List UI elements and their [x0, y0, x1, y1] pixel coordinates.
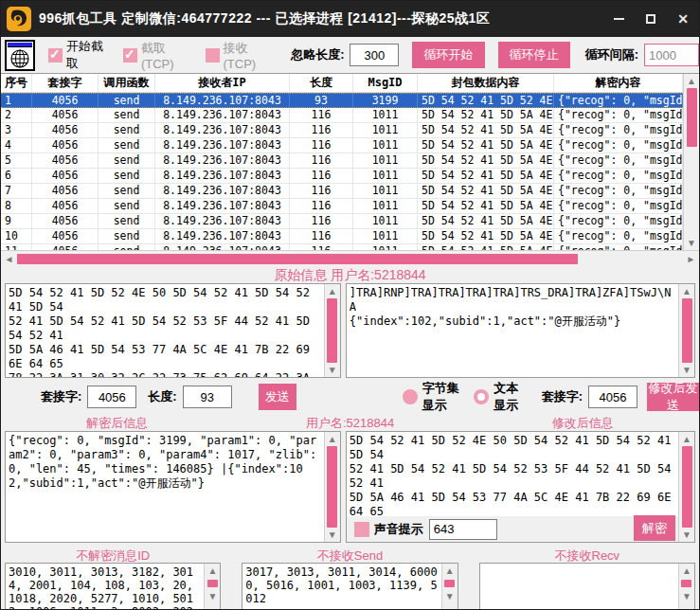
table-row[interactable]: 114056send8.149.236.107:804311610115D 54… [1, 244, 683, 250]
socket2-input[interactable] [588, 386, 637, 408]
scroll-down-icon[interactable]: ▼ [324, 528, 340, 542]
table-vscroll-thumb[interactable] [687, 88, 697, 147]
scroll-thumb[interactable] [327, 446, 337, 528]
scroll-up-icon[interactable]: ▲ [679, 432, 695, 446]
table-row[interactable]: 14056send8.149.236.107:80439331995D 54 5… [1, 93, 683, 108]
checked-checkbox-icon[interactable] [123, 48, 137, 63]
no-send-ids[interactable]: 3017, 3013, 3011, 3014, 60000, 5016, 100… [242, 564, 440, 610]
no-recv-listbox: ▲ ▼ [479, 563, 695, 610]
table-cell: 4056 [32, 214, 99, 228]
table-row[interactable]: 104056send8.149.236.107:804311610115D 54… [1, 229, 683, 244]
scroll-down-icon[interactable]: ▼ [441, 589, 458, 603]
loop-start-button[interactable]: 循环开始 [412, 42, 484, 68]
no-decrypt-scrollbar[interactable]: ▲ ▼ [204, 564, 220, 610]
column-header[interactable]: MsgID [353, 74, 418, 92]
column-header[interactable]: 封包数据内容 [418, 74, 554, 92]
decrypted-scrollbar[interactable]: ▲ ▼ [324, 432, 340, 542]
no-decrypt-ids[interactable]: 3010, 3011, 3013, 3182, 3014, 2001, 104,… [6, 564, 204, 610]
scroll-thumb[interactable] [682, 446, 692, 528]
send-modified-button[interactable]: 修改后发送 [647, 383, 699, 411]
table-cell: 1011 [353, 123, 418, 137]
send-button[interactable]: 发送 [259, 384, 296, 410]
scroll-left-icon[interactable]: ◄ [1, 252, 17, 266]
column-header[interactable]: 套接字 [32, 74, 99, 92]
scroll-thumb[interactable] [681, 580, 691, 587]
table-cell: {"recog": 0, "msgId"... [554, 199, 683, 213]
table-cell: 1011 [353, 244, 418, 250]
raw-hex-scrollbar[interactable]: ▲ ▼ [324, 284, 340, 377]
scroll-up-icon[interactable]: ▲ [684, 74, 700, 88]
decrypted-text[interactable]: {"recog": 0, "msgId": 3199, "param1": 0,… [6, 432, 324, 542]
table-row[interactable]: 84056send8.149.236.107:804311610115D 54 … [1, 199, 683, 214]
capture-checkbox-0[interactable]: 开始截取 [48, 38, 108, 72]
table-vertical-scrollbar[interactable]: ▲ ▼ [683, 74, 699, 250]
loop-stop-button[interactable]: 循环停止 [498, 42, 570, 68]
raw-decoded-text[interactable]: ]TRA]RNP]TRA]TRA]TRA]TRA]TRS_DRA]TRA]ZFA… [347, 284, 678, 377]
table-row[interactable]: 54056send8.149.236.107:804311610115D 54 … [1, 153, 683, 169]
scroll-down-icon[interactable]: ▼ [678, 589, 694, 603]
table-cell: send [99, 108, 155, 122]
column-header[interactable]: 解密内容 [554, 74, 683, 92]
scroll-thumb[interactable] [682, 298, 692, 363]
no-recv-scrollbar[interactable]: ▲ ▼ [678, 564, 694, 610]
table-row[interactable]: 64056send8.149.236.107:804311610115D 54 … [1, 169, 683, 184]
capture-checkbox-1[interactable]: 截取(TCP) [123, 38, 190, 72]
scroll-down-icon[interactable]: ▼ [205, 589, 221, 603]
scroll-down-icon[interactable]: ▼ [679, 528, 695, 542]
checked-checkbox-icon[interactable] [48, 48, 63, 63]
byte-display-radio[interactable] [403, 389, 418, 404]
minimize-icon [614, 18, 624, 20]
table-hscroll-thumb[interactable] [17, 254, 578, 264]
table-cell: send [99, 123, 155, 137]
length-input[interactable] [183, 386, 232, 408]
socket-input[interactable] [87, 386, 136, 408]
column-header[interactable]: 序号 [1, 74, 32, 92]
scroll-up-icon[interactable]: ▲ [679, 284, 695, 298]
window-title: 996抓包工具 定制微信:464777222 --- 已选择进程 [21412]… [39, 10, 490, 27]
table-cell: 116 [290, 169, 353, 183]
maximize-button[interactable] [635, 1, 667, 37]
capture-checkbox-2[interactable]: 接收(TCP) [206, 38, 273, 72]
text-display-radio[interactable] [474, 389, 489, 404]
unchecked-checkbox-icon[interactable] [206, 48, 220, 63]
no-send-scrollbar[interactable]: ▲ ▼ [441, 564, 458, 610]
table-horizontal-scrollbar[interactable]: ◄ ► [1, 251, 699, 266]
modified-scrollbar[interactable]: ▲ ▼ [678, 432, 694, 542]
scroll-right-icon[interactable]: ► [683, 252, 699, 266]
table-cell: {"recog": 0, "msgId"... [554, 153, 683, 168]
checkbox-label: 开始截取 [66, 38, 108, 72]
table-cell: 8.149.236.107:8043 [155, 229, 290, 243]
sound-value-input[interactable] [429, 519, 497, 540]
sound-alert-checkbox[interactable] [354, 522, 369, 537]
column-header[interactable]: 调用函数 [99, 74, 155, 92]
table-row[interactable]: 24056send8.149.236.107:804311610115D 54 … [1, 108, 683, 123]
decrypt-button[interactable]: 解密 [634, 515, 675, 541]
scroll-down-icon[interactable]: ▼ [684, 236, 700, 250]
column-header[interactable]: 接收者IP [155, 74, 290, 92]
scroll-down-icon[interactable]: ▼ [324, 363, 340, 377]
loop-interval-input[interactable] [644, 44, 699, 66]
scroll-thumb[interactable] [207, 580, 218, 587]
scroll-thumb[interactable] [444, 580, 455, 587]
table-row[interactable]: 74056send8.149.236.107:804311610115D 54 … [1, 184, 683, 199]
raw-hex-text[interactable]: 5D 54 52 41 5D 52 4E 50 5D 54 52 41 5D 5… [6, 284, 324, 377]
column-header[interactable]: 长度 [290, 74, 353, 92]
scroll-up-icon[interactable]: ▲ [205, 564, 221, 578]
close-button[interactable]: ✕ [667, 1, 699, 37]
table-cell: 5D 54 52 41 5D 5A 4E... [418, 199, 554, 213]
minimize-button[interactable] [602, 1, 635, 37]
table-cell: 8.149.236.107:8043 [155, 108, 290, 122]
no-recv-ids[interactable] [480, 564, 678, 610]
table-row[interactable]: 34056send8.149.236.107:804311610115D 54 … [1, 123, 683, 138]
table-row[interactable]: 44056send8.149.236.107:804311610115D 54 … [1, 138, 683, 153]
scroll-up-icon[interactable]: ▲ [324, 432, 340, 446]
table-row[interactable]: 94056send8.149.236.107:804311610115D 54 … [1, 214, 683, 229]
ignore-length-input[interactable] [350, 44, 399, 66]
raw-decoded-scrollbar[interactable]: ▲ ▼ [678, 284, 694, 377]
modified-hex-text[interactable]: 5D 54 52 41 5D 52 4E 50 5D 54 52 41 5D 5… [347, 432, 678, 516]
scroll-up-icon[interactable]: ▲ [678, 564, 694, 578]
scroll-up-icon[interactable]: ▲ [324, 284, 340, 298]
scroll-thumb[interactable] [327, 298, 337, 363]
scroll-down-icon[interactable]: ▼ [679, 363, 695, 377]
scroll-up-icon[interactable]: ▲ [441, 564, 458, 578]
